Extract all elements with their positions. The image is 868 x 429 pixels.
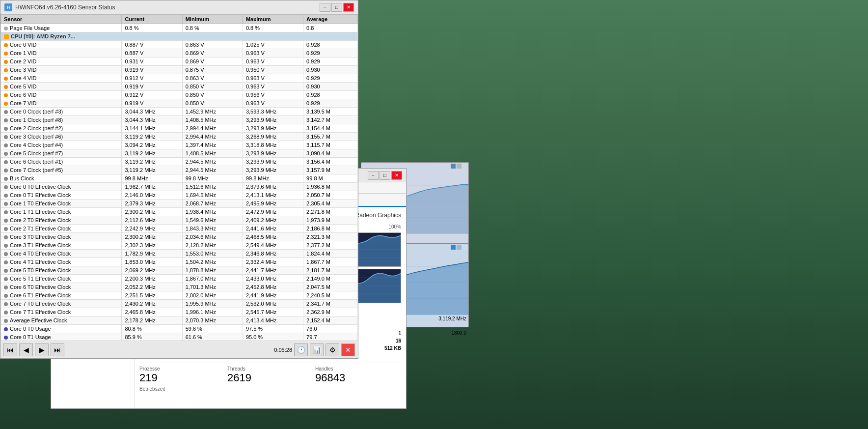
sensor-average: 2,149.0 M — [303, 275, 358, 283]
sensor-current: 2,300.2 MHz — [122, 208, 182, 216]
sensor-minimum: 2,994.4 MHz — [182, 133, 243, 141]
nav-next[interactable]: ▶ — [35, 343, 49, 356]
sensor-current: 3,044.3 MHz — [122, 116, 182, 124]
sensor-current: 1,962.7 MHz — [122, 183, 182, 191]
sensor-average: 2,050.7 M — [303, 191, 358, 200]
sensor-maximum: 3,268.9 MHz — [243, 133, 303, 141]
sensor-current: 2,300.2 MHz — [122, 233, 182, 241]
footer-stop-icon[interactable]: ✕ — [341, 343, 355, 356]
nav-prev-prev[interactable]: ⏮ — [3, 343, 17, 356]
sensor-label: Core 2 VID — [1, 57, 122, 66]
table-row[interactable]: Core 6 T1 Effective Clock2,251.5 MHz2,00… — [1, 291, 358, 300]
sensor-maximum: 0.963 V — [243, 83, 303, 91]
sensor-maximum: 2,332.4 MHz — [243, 258, 303, 266]
table-row[interactable]: Core 6 T0 Effective Clock2,052.2 MHz1,70… — [1, 283, 358, 291]
table-row[interactable]: Core 3 VID0.919 V0.875 V0.950 V0.930 — [1, 66, 358, 74]
sensor-maximum: 2,441.6 MHz — [243, 225, 303, 233]
table-row[interactable]: Core 6 VID0.912 V0.850 V0.956 V0.928 — [1, 91, 358, 99]
sensor-current: 2,178.2 MHz — [122, 316, 182, 325]
sensor-current: 2,430.2 MHz — [122, 300, 182, 308]
footer-clock-icon[interactable]: 🕐 — [294, 343, 308, 356]
sensor-minimum: 0.850 V — [182, 99, 243, 108]
table-row[interactable]: Page File Usage0.8 %0.8 %0.8 %0.8 — [1, 24, 358, 32]
sensor-current: 2,052.2 MHz — [122, 283, 182, 291]
table-row[interactable]: Core 7 Clock (perf #5)3,119.2 MHz2,944.5… — [1, 166, 358, 174]
table-row[interactable]: Core 7 T0 Effective Clock2,430.2 MHz1,99… — [1, 300, 358, 308]
hwinfo-close[interactable]: ✕ — [343, 3, 354, 12]
sensor-minimum: 1,694.5 MHz — [182, 191, 243, 200]
sensor-average: 2,047.5 M — [303, 283, 358, 291]
sensor-current: 2,251.5 MHz — [122, 291, 182, 300]
sensor-current: 3,119.2 MHz — [122, 133, 182, 141]
sensor-average: 2,152.4 M — [303, 316, 358, 325]
table-row[interactable]: Average Effective Clock2,178.2 MHz2,070.… — [1, 316, 358, 325]
sensor-current: 0.919 V — [122, 99, 182, 108]
table-row[interactable]: Core 6 Clock (perf #1)3,119.2 MHz2,944.5… — [1, 158, 358, 166]
sensor-minimum: 0.8 % — [182, 24, 243, 32]
sensor-minimum: 2,944.5 MHz — [182, 166, 243, 174]
table-row[interactable]: Core 1 VID0.887 V0.869 V0.963 V0.929 — [1, 49, 358, 57]
table-row[interactable]: Core 7 VID0.919 V0.850 V0.963 V0.929 — [1, 99, 358, 108]
hwinfo-maximize[interactable]: □ — [331, 3, 342, 12]
sensor-minimum: 59.6 % — [182, 325, 243, 333]
table-row[interactable]: Core 0 T1 Usage85.9 %61.6 %95.0 %79.7 — [1, 333, 358, 341]
sensor-table: Sensor Current Minimum Maximum Average P… — [0, 14, 358, 341]
table-row[interactable]: Core 3 Clock (perf #6)3,119.2 MHz2,994.4… — [1, 133, 358, 141]
table-row[interactable]: Core 1 T0 Effective Clock2,379.3 MHz2,06… — [1, 200, 358, 208]
sensor-current: 2,242.9 MHz — [122, 225, 182, 233]
sensor-maximum: 2,433.0 MHz — [243, 275, 303, 283]
table-row[interactable]: Core 4 T0 Effective Clock1,782.9 MHz1,55… — [1, 250, 358, 258]
table-row[interactable]: Core 4 Clock (perf #4)3,094.2 MHz1,397.4… — [1, 141, 358, 149]
sensor-maximum: 3,293.9 MHz — [243, 124, 303, 133]
sensor-minimum: 1,843.3 MHz — [182, 225, 243, 233]
sensor-maximum: 2,495.9 MHz — [243, 200, 303, 208]
table-row[interactable]: Core 5 Clock (perf #7)3,119.2 MHz1,408.5… — [1, 149, 358, 158]
table-row[interactable]: Core 4 VID0.912 V0.863 V0.963 V0.929 — [1, 74, 358, 83]
tm-minimize[interactable]: − — [368, 171, 379, 180]
sensor-average: 0.929 — [303, 57, 358, 66]
sensor-maximum: 0.963 V — [243, 49, 303, 57]
table-row[interactable]: CPU [#0]: AMD Ryzen 7... — [1, 32, 358, 41]
table-row[interactable]: Core 2 T0 Effective Clock2,112.6 MHz1,54… — [1, 216, 358, 225]
table-row[interactable]: Core 3 T0 Effective Clock2,300.2 MHz2,03… — [1, 233, 358, 241]
sensor-average: 76.0 — [303, 325, 358, 333]
tm-maximize[interactable]: □ — [380, 171, 390, 180]
sensor-current: 0.8 % — [122, 24, 182, 32]
table-row[interactable]: Bus Clock99.8 MHz99.8 MHz99.8 MHz99.8 M — [1, 174, 358, 183]
sensor-average: 3,090.4 M — [303, 149, 358, 158]
table-row[interactable]: Core 2 VID0.931 V0.869 V0.963 V0.929 — [1, 57, 358, 66]
sensor-label: Core 7 VID — [1, 99, 122, 108]
table-row[interactable]: Core 7 T1 Effective Clock2,465.8 MHz1,99… — [1, 308, 358, 316]
table-row[interactable]: Core 5 T0 Effective Clock2,069.2 MHz1,87… — [1, 266, 358, 275]
table-row[interactable]: Core 5 VID0.919 V0.850 V0.963 V0.930 — [1, 83, 358, 91]
table-row[interactable]: Core 4 T1 Effective Clock1,853.0 MHz1,50… — [1, 258, 358, 266]
l1-value: 512 KB — [384, 345, 401, 351]
sensor-label: Core 7 T1 Effective Clock — [1, 308, 122, 316]
footer-settings-icon[interactable]: ⚙ — [326, 343, 339, 356]
sensor-average: 3,154.4 M — [303, 124, 358, 133]
table-row[interactable]: Core 1 T1 Effective Clock2,300.2 MHz1,93… — [1, 208, 358, 216]
nav-prev[interactable]: ◀ — [19, 343, 33, 356]
table-row[interactable]: Core 3 T1 Effective Clock2,302.3 MHz2,12… — [1, 241, 358, 250]
table-row[interactable]: Core 0 T0 Effective Clock1,962.7 MHz1,51… — [1, 183, 358, 191]
table-row[interactable]: Core 2 T1 Effective Clock2,242.9 MHz1,84… — [1, 225, 358, 233]
table-row[interactable]: Core 5 T1 Effective Clock2,200.3 MHz1,86… — [1, 275, 358, 283]
sensor-minimum: 99.8 MHz — [182, 174, 243, 183]
sensor-label: Core 0 Clock (perf #3) — [1, 108, 122, 116]
sensor-average: 1,936.8 M — [303, 183, 358, 191]
sensor-current: 0.919 V — [122, 66, 182, 74]
sockets-value: 1 — [398, 331, 401, 336]
sensor-current: 3,119.2 MHz — [122, 149, 182, 158]
nav-next-next[interactable]: ⏭ — [51, 343, 64, 356]
table-row[interactable]: Core 0 T1 Effective Clock2,146.0 MHz1,69… — [1, 191, 358, 200]
tm-close[interactable]: ✕ — [391, 171, 402, 180]
table-row[interactable]: Core 0 Clock (perf #3)3,044.3 MHz1,452.9… — [1, 108, 358, 116]
sensor-average: 79.7 — [303, 333, 358, 341]
table-row[interactable]: Core 2 Clock (perf #2)3,144.1 MHz2,994.4… — [1, 124, 358, 133]
sensor-maximum: 2,413.4 MHz — [243, 316, 303, 325]
table-row[interactable]: Core 0 VID0.887 V0.863 V1.025 V0.928 — [1, 41, 358, 49]
table-row[interactable]: Core 1 Clock (perf #8)3,044.3 MHz1,408.5… — [1, 116, 358, 124]
table-row[interactable]: Core 0 T0 Usage80.8 %59.6 %97.5 %76.0 — [1, 325, 358, 333]
hwinfo-minimize[interactable]: − — [320, 3, 330, 12]
footer-chart-icon[interactable]: 📊 — [310, 343, 324, 356]
